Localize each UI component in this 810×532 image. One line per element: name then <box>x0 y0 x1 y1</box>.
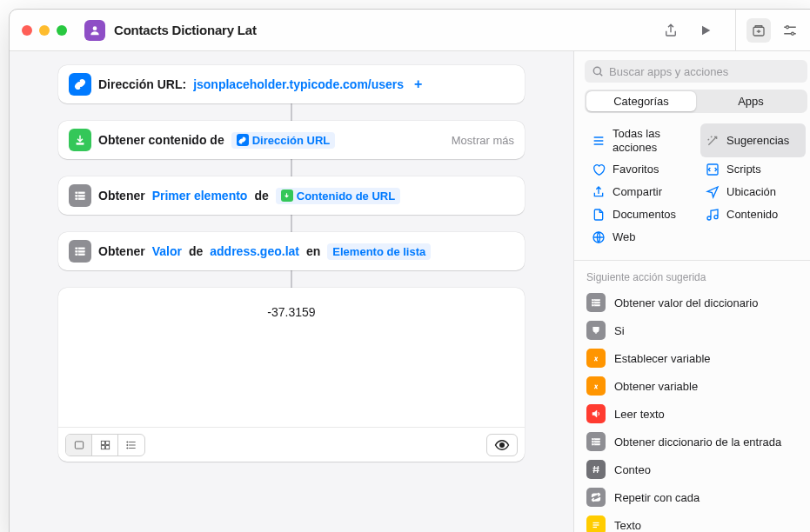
category-location[interactable]: Ubicación <box>700 182 806 203</box>
suggestion-item[interactable]: xObtener variable <box>574 372 810 400</box>
actions-sidebar: Categorías Apps Todas las acciones Suger… <box>574 51 810 532</box>
suggestions-header: Siguiente acción sugerida <box>574 264 810 289</box>
svg-rect-47 <box>595 439 600 441</box>
suggestion-item[interactable]: xEstablecer variable <box>574 344 810 372</box>
list-item-pill[interactable]: Elemento de lista <box>327 243 431 260</box>
svg-rect-42 <box>592 305 594 307</box>
show-more-button[interactable]: Mostrar más <box>452 134 514 147</box>
first-element-token[interactable]: Primer elemento <box>152 189 248 203</box>
svg-rect-14 <box>78 198 84 200</box>
add-url-button[interactable]: + <box>411 76 425 92</box>
svg-rect-41 <box>595 303 600 304</box>
suggestion-label: Obtener valor del diccionario <box>614 296 758 309</box>
url-content-pill[interactable]: Contenido de URL <box>276 188 400 204</box>
category-scripts[interactable]: Scripts <box>700 159 806 180</box>
svg-rect-24 <box>101 445 104 449</box>
category-share[interactable]: Compartir <box>586 182 692 203</box>
category-grid: Todas las acciones Sugerencias Favoritos… <box>574 122 810 256</box>
suggestion-item[interactable]: Si <box>574 316 810 344</box>
value-token[interactable]: Valor <box>152 244 182 258</box>
action-get-contents[interactable]: Obtener contenido de Dirección URL Mostr… <box>58 121 525 159</box>
svg-rect-13 <box>76 198 77 200</box>
svg-rect-11 <box>76 195 77 196</box>
svg-rect-8 <box>77 143 84 145</box>
suggestion-label: Texto <box>614 519 641 532</box>
minimize-button[interactable] <box>39 25 50 36</box>
run-button[interactable] <box>693 18 718 43</box>
suggestion-label: Leer texto <box>614 408 665 421</box>
category-web[interactable]: Web <box>586 227 692 248</box>
suggestion-item[interactable]: Repetir con cada <box>574 483 810 511</box>
suggestion-label: Si <box>614 324 625 337</box>
library-button[interactable] <box>746 18 771 43</box>
view-list-button[interactable] <box>118 435 144 456</box>
svg-point-0 <box>93 26 97 30</box>
action-url-label: Dirección URL: <box>98 77 186 91</box>
svg-point-29 <box>127 441 128 442</box>
svg-point-31 <box>127 447 128 448</box>
suggestion-label: Establecer variable <box>614 352 711 365</box>
zoom-button[interactable] <box>57 25 67 36</box>
action-get-first[interactable]: Obtener Primer elemento de Contenido de … <box>58 176 525 215</box>
svg-point-2 <box>787 25 789 28</box>
list-icon <box>69 184 91 207</box>
suggestion-label: Obtener diccionario de la entrada <box>614 436 781 449</box>
download-icon <box>281 190 293 202</box>
tab-categories[interactable]: Categorías <box>586 91 696 111</box>
category-favorites[interactable]: Favoritos <box>586 159 692 180</box>
suggestion-item[interactable]: Obtener diccionario de la entrada <box>574 428 810 456</box>
quick-look-button[interactable] <box>486 434 518 456</box>
svg-point-5 <box>792 32 794 35</box>
suggestion-icon <box>586 293 606 312</box>
svg-rect-19 <box>76 254 77 256</box>
category-suggestions[interactable]: Sugerencias <box>700 123 806 157</box>
settings-button[interactable] <box>778 18 802 43</box>
category-documents[interactable]: Documentos <box>586 204 692 225</box>
search-input[interactable] <box>585 60 807 83</box>
url-variable-pill[interactable]: Dirección URL <box>231 132 336 149</box>
key-path-token[interactable]: address.geo.lat <box>210 244 299 258</box>
shortcut-icon <box>84 20 105 41</box>
titlebar: Contacts Dictionary Lat <box>10 10 810 51</box>
suggestion-icon <box>586 460 606 479</box>
view-mode-segment <box>65 434 145 456</box>
dictionary-icon <box>69 240 91 263</box>
action-url[interactable]: Dirección URL: jsonplaceholder.typicode.… <box>58 65 525 103</box>
category-all[interactable]: Todas las acciones <box>586 123 692 157</box>
suggestion-icon <box>586 404 606 423</box>
tab-apps[interactable]: Apps <box>696 91 806 111</box>
svg-rect-49 <box>595 442 600 443</box>
download-icon <box>69 129 91 151</box>
svg-rect-46 <box>592 439 594 441</box>
suggestions-list: Obtener valor del diccionarioSixEstablec… <box>574 289 810 532</box>
suggestion-item[interactable]: Conteo <box>574 456 810 483</box>
link-icon <box>237 134 249 146</box>
view-grid-button[interactable] <box>92 435 118 456</box>
svg-rect-40 <box>592 303 594 304</box>
svg-rect-9 <box>76 192 77 194</box>
action-get-value[interactable]: Obtener Valor de address.geo.lat en Elem… <box>58 232 525 270</box>
suggestion-item[interactable]: Texto <box>574 511 810 532</box>
svg-line-54 <box>594 466 595 473</box>
svg-rect-39 <box>595 300 600 302</box>
svg-rect-21 <box>75 441 83 448</box>
url-value[interactable]: jsonplaceholder.typicode.com/users <box>193 77 404 91</box>
close-button[interactable] <box>22 25 32 36</box>
svg-rect-17 <box>76 250 77 252</box>
suggestion-icon: x <box>586 349 606 368</box>
svg-rect-12 <box>78 195 84 196</box>
svg-rect-18 <box>78 250 84 252</box>
svg-text:x: x <box>593 355 598 362</box>
svg-line-55 <box>598 466 599 473</box>
view-single-button[interactable] <box>66 435 92 456</box>
connector <box>291 215 292 232</box>
svg-rect-48 <box>592 442 594 443</box>
svg-rect-50 <box>592 444 594 446</box>
get-contents-label: Obtener contenido de <box>98 133 224 147</box>
share-button[interactable] <box>659 18 683 43</box>
connector <box>291 103 292 121</box>
suggestion-item[interactable]: Leer texto <box>574 400 810 428</box>
suggestion-item[interactable]: Obtener valor del diccionario <box>574 289 810 316</box>
category-content[interactable]: Contenido <box>700 204 806 225</box>
suggestion-label: Repetir con cada <box>614 491 700 504</box>
